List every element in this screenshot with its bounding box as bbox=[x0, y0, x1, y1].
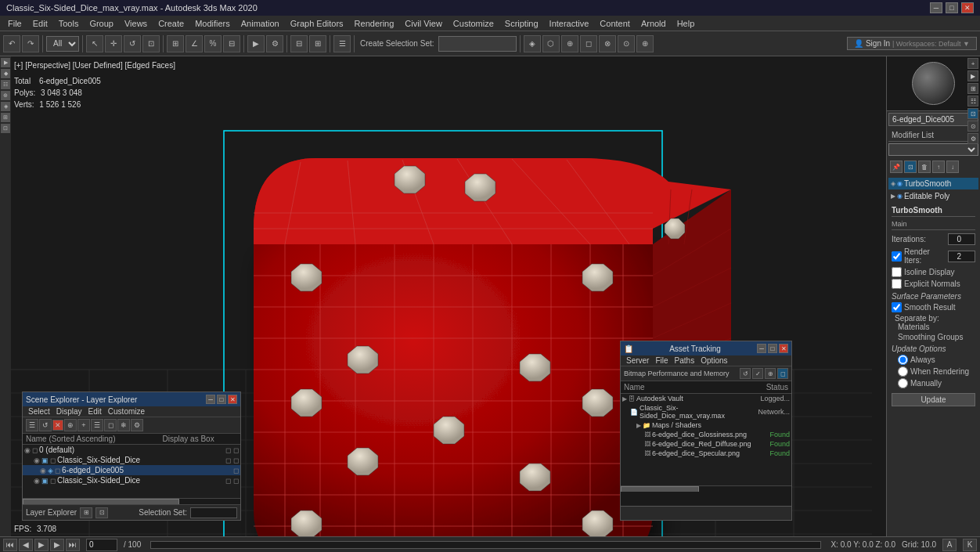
se-row-3[interactable]: ◉ ▣ ◻ Classic_Six-Sided_Dice ◻ ◻ bbox=[23, 475, 240, 485]
se-footer-btn2[interactable]: ⊡ bbox=[95, 507, 108, 518]
se-minimize[interactable]: ─ bbox=[206, 395, 215, 404]
panel-btn-display[interactable]: ⊙ bbox=[967, 121, 978, 132]
at-row-3[interactable]: 🖼 6-edged_dice_Glossiness.png Found bbox=[621, 430, 791, 439]
angle-snap-btn[interactable]: ∠ bbox=[186, 35, 203, 52]
percent-snap-btn[interactable]: % bbox=[204, 35, 222, 52]
ts-render-iters-input[interactable] bbox=[948, 251, 975, 262]
extra-btn1[interactable]: ◈ bbox=[524, 35, 541, 52]
left-icon-4[interactable]: ⊕ bbox=[1, 91, 10, 100]
panel-btn-motion[interactable]: ⊡ bbox=[967, 108, 978, 119]
menu-content[interactable]: Content bbox=[595, 18, 635, 29]
se-tb-sort[interactable]: ⊕ bbox=[64, 419, 77, 431]
spinner-snap-btn[interactable]: ⊟ bbox=[223, 35, 240, 52]
ts-isoline-check[interactable] bbox=[892, 267, 902, 277]
viewport[interactable]: [+] [Perspective] [User Defined] [Edged … bbox=[11, 56, 886, 536]
se-tb-freeze[interactable]: ❄ bbox=[117, 419, 130, 431]
menu-file[interactable]: File bbox=[3, 18, 27, 29]
at-close[interactable]: ✕ bbox=[779, 344, 788, 353]
auto-key-btn[interactable]: A bbox=[942, 539, 957, 551]
left-icon-6[interactable]: ⊞ bbox=[1, 113, 10, 122]
panel-btn-hierarchy[interactable]: ☷ bbox=[967, 96, 978, 106]
ts-update-button[interactable]: Update bbox=[892, 393, 975, 406]
se-tb-options[interactable]: ⚙ bbox=[131, 419, 143, 431]
menu-arnold[interactable]: Arnold bbox=[636, 18, 671, 29]
at-row-4[interactable]: 🖼 6-edged_dice_Red_Diffuse.png Found bbox=[621, 439, 791, 449]
align-btn[interactable]: ⊟ bbox=[290, 35, 308, 52]
at-minimize[interactable]: ─ bbox=[757, 344, 766, 353]
at-scrollbar[interactable] bbox=[621, 485, 791, 492]
object-name-bar[interactable]: 6-edged_Dice005 bbox=[888, 113, 978, 126]
mod-icon-up[interactable]: ↑ bbox=[932, 161, 945, 173]
left-icon-1[interactable]: ▶ bbox=[1, 58, 10, 67]
se-content[interactable]: ◉ ◻ 0 (default) ◻ ◻ ◉ ▣ ◻ Classic_Six-Si… bbox=[23, 445, 240, 498]
mod-icon-delete[interactable]: 🗑 bbox=[918, 161, 931, 173]
mod-icon-active[interactable]: ⊡ bbox=[904, 161, 917, 173]
left-icon-5[interactable]: ◈ bbox=[1, 102, 10, 111]
modifier-dropdown[interactable] bbox=[888, 143, 978, 156]
menu-civil-view[interactable]: Civil View bbox=[400, 18, 446, 29]
select-button[interactable]: ↖ bbox=[86, 35, 103, 52]
at-menu-server[interactable]: Server bbox=[624, 356, 651, 365]
render-btn[interactable]: ▶ bbox=[247, 35, 265, 52]
go-end-btn[interactable]: ⏭ bbox=[66, 539, 80, 551]
timeline-bar[interactable] bbox=[150, 541, 821, 549]
se-menu-select[interactable]: Select bbox=[26, 407, 52, 416]
undo-button[interactable]: ↶ bbox=[3, 35, 20, 52]
modifier-turbosmooth[interactable]: ◈ ◉ TurboSmooth bbox=[888, 178, 978, 189]
selection-set-input[interactable] bbox=[438, 36, 517, 52]
at-row-5[interactable]: 🖼 6-edged_dice_Specular.png Found bbox=[621, 449, 791, 458]
menu-tools[interactable]: Tools bbox=[54, 18, 84, 29]
menu-scripting[interactable]: Scripting bbox=[500, 18, 543, 29]
at-tb-btn4[interactable]: ◻ bbox=[777, 368, 788, 379]
mod-icon-down[interactable]: ↓ bbox=[946, 161, 959, 173]
at-row-2[interactable]: ▶ 📁 Maps / Shaders bbox=[621, 420, 791, 430]
left-icon-2[interactable]: ◆ bbox=[1, 69, 10, 78]
sign-in-label[interactable]: Sign In bbox=[866, 39, 890, 48]
at-menu-file[interactable]: File bbox=[653, 356, 670, 365]
se-tb-layers[interactable]: ☰ bbox=[91, 419, 103, 431]
extra-btn5[interactable]: ⊗ bbox=[599, 35, 616, 52]
se-row-2[interactable]: ◉ ◈ ◻ 6-edged_Dice005 ◻ bbox=[23, 465, 240, 475]
scale-button[interactable]: ⊡ bbox=[142, 35, 160, 52]
go-start-btn[interactable]: ⏮ bbox=[3, 539, 17, 551]
menu-customize[interactable]: Customize bbox=[449, 18, 499, 29]
ts-manually-radio[interactable] bbox=[898, 378, 908, 388]
menu-rendering[interactable]: Rendering bbox=[350, 18, 399, 29]
extra-btn3[interactable]: ⊕ bbox=[561, 35, 578, 52]
menu-group[interactable]: Group bbox=[85, 18, 118, 29]
menu-interactive[interactable]: Interactive bbox=[545, 18, 594, 29]
se-row-1[interactable]: ◉ ▣ ◻ Classic_Six-Sided_Dice ◻ ◻ bbox=[23, 455, 240, 465]
se-menu-edit[interactable]: Edit bbox=[86, 407, 104, 416]
extra-btn7[interactable]: ⊕ bbox=[636, 35, 654, 52]
minimize-button[interactable]: ─ bbox=[930, 2, 942, 13]
extra-btn6[interactable]: ⊙ bbox=[618, 35, 635, 52]
se-row-0[interactable]: ◉ ◻ 0 (default) ◻ ◻ bbox=[23, 445, 240, 455]
at-row-0[interactable]: ▶ 🗄 Autodesk Vault Logged... bbox=[621, 394, 791, 403]
se-scrollbar[interactable] bbox=[23, 498, 240, 504]
at-content[interactable]: ▶ 🗄 Autodesk Vault Logged... 📄 Classic_S… bbox=[621, 394, 791, 485]
se-tb-refresh[interactable]: ↺ bbox=[39, 419, 52, 431]
left-icon-3[interactable]: ☷ bbox=[1, 80, 10, 89]
se-tb-new[interactable]: ✕ bbox=[52, 420, 63, 431]
ts-render-iters-check[interactable] bbox=[892, 251, 902, 262]
ts-explicit-normals-check[interactable] bbox=[892, 279, 902, 289]
menu-views[interactable]: Views bbox=[120, 18, 152, 29]
se-tb-add[interactable]: + bbox=[77, 419, 90, 431]
modifier-editable-poly[interactable]: ▶ ◉ Editable Poly bbox=[888, 190, 978, 202]
ts-always-radio[interactable] bbox=[898, 355, 908, 365]
extra-btn2[interactable]: ⬡ bbox=[542, 35, 560, 52]
at-tb-btn3[interactable]: ⊕ bbox=[765, 368, 776, 379]
at-maximize[interactable]: □ bbox=[768, 344, 777, 353]
at-menu-paths[interactable]: Paths bbox=[672, 356, 697, 365]
prev-frame-btn[interactable]: ◀ bbox=[19, 539, 33, 551]
menu-help[interactable]: Help bbox=[672, 18, 700, 29]
menu-graph-editors[interactable]: Graph Editors bbox=[286, 18, 348, 29]
at-tb-btn2[interactable]: ✓ bbox=[752, 368, 763, 379]
se-close[interactable]: ✕ bbox=[228, 395, 237, 404]
mod-icon-pin[interactable]: 📌 bbox=[890, 161, 903, 173]
redo-button[interactable]: ↷ bbox=[22, 35, 39, 52]
se-selection-input[interactable] bbox=[190, 507, 237, 518]
panel-btn-util[interactable]: ⚙ bbox=[967, 133, 978, 144]
left-icon-7[interactable]: ⊡ bbox=[1, 124, 10, 133]
at-row-1[interactable]: 📄 Classic_Six-Sided_Dice_max_vray.max Ne… bbox=[621, 403, 791, 420]
